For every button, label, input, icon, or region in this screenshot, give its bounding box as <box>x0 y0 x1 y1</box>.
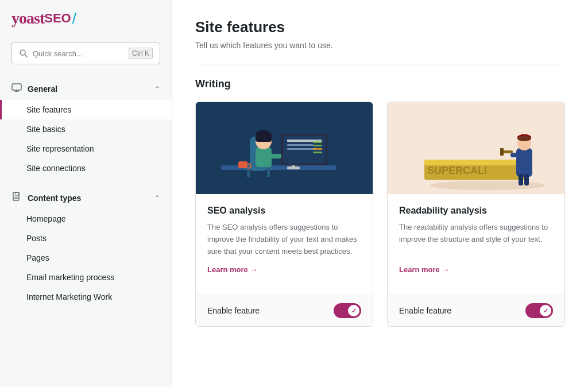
nav-section-general-header[interactable]: General ⌃ <box>0 78 172 100</box>
readability-analysis-card: SUPERCALI <box>387 102 565 327</box>
readability-enable-toggle[interactable]: ✓ <box>525 303 553 318</box>
svg-rect-5 <box>13 192 19 200</box>
readability-card-footer: Enable feature ✓ <box>388 295 564 326</box>
readability-illustration: SUPERCALI <box>388 102 564 194</box>
readability-learn-more-text: Learn more <box>399 265 440 274</box>
readability-learn-more-arrow: → <box>442 265 450 274</box>
svg-text:SUPERCALI: SUPERCALI <box>427 165 487 176</box>
svg-rect-19 <box>270 154 282 158</box>
readability-learn-more-link[interactable]: Learn more → <box>399 265 553 274</box>
nav-item-pages[interactable]: Pages <box>0 248 172 268</box>
readability-card-body: Readability analysis The readability ana… <box>388 194 564 295</box>
seo-card-body: SEO analysis The SEO analysis offers sug… <box>196 194 373 295</box>
readability-card-description: The readability analysis offers suggesti… <box>399 222 553 257</box>
svg-rect-25 <box>287 144 313 146</box>
logo-yoast: yoast <box>11 9 44 28</box>
document-icon <box>11 192 22 204</box>
svg-rect-37 <box>516 148 532 177</box>
seo-card-footer: Enable feature ✓ <box>196 295 373 326</box>
nav-item-site-representation[interactable]: Site representation <box>0 139 172 158</box>
svg-rect-14 <box>267 168 270 177</box>
svg-point-0 <box>20 50 25 55</box>
logo-seo: SEO <box>44 11 71 26</box>
logo-slash: / <box>72 10 76 28</box>
svg-rect-45 <box>500 148 504 156</box>
nav-item-email-marketing[interactable]: Email marketing process <box>0 268 172 287</box>
nav-section-content-types-header[interactable]: Content types ⌃ <box>0 187 172 209</box>
svg-rect-18 <box>256 135 272 142</box>
seo-learn-more-arrow: → <box>250 265 258 274</box>
svg-rect-30 <box>313 152 322 153</box>
svg-rect-31 <box>238 161 247 168</box>
seo-enable-label: Enable feature <box>207 306 260 315</box>
general-chevron-icon: ⌃ <box>154 85 160 93</box>
page-title: Site features <box>195 18 565 36</box>
seo-analysis-card: SEO analysis The SEO analysis offers sug… <box>195 102 373 327</box>
readability-toggle-knob: ✓ <box>540 305 551 316</box>
logo-area: yoast SEO / <box>0 0 172 37</box>
section-divider <box>195 64 565 64</box>
nav-section-content-title-row: Content types <box>11 192 81 204</box>
nav-section-title-row: General <box>11 83 57 95</box>
seo-card-title: SEO analysis <box>207 206 361 216</box>
svg-rect-27 <box>313 141 322 143</box>
seo-toggle-check-icon: ✓ <box>351 307 357 315</box>
svg-rect-2 <box>12 84 21 90</box>
nav-item-site-connections[interactable]: Site connections <box>0 158 172 178</box>
nav-section-content-types: Content types ⌃ Homepage Posts Pages Ema… <box>0 183 172 311</box>
svg-rect-38 <box>519 174 523 185</box>
svg-rect-26 <box>287 148 316 150</box>
svg-rect-21 <box>287 167 300 169</box>
svg-point-46 <box>517 136 531 141</box>
seo-enable-toggle[interactable]: ✓ <box>334 303 361 318</box>
search-box[interactable]: Quick search... Ctrl K <box>11 42 160 64</box>
readability-card-title: Readability analysis <box>399 206 553 216</box>
search-icon <box>19 49 28 58</box>
main-content: Site features Tell us which features you… <box>172 0 588 387</box>
seo-toggle-knob: ✓ <box>348 305 359 316</box>
writing-section-heading: Writing <box>195 78 565 90</box>
readability-toggle-check-icon: ✓ <box>543 307 548 315</box>
svg-rect-15 <box>256 147 272 167</box>
svg-rect-39 <box>524 174 529 185</box>
svg-line-1 <box>25 55 28 57</box>
svg-rect-44 <box>502 150 513 153</box>
content-types-section-title: Content types <box>28 194 81 203</box>
seo-illustration <box>196 102 373 194</box>
monitor-icon <box>11 83 22 95</box>
nav-section-general: General ⌃ Site features Site basics Site… <box>0 73 172 183</box>
readability-enable-label: Enable feature <box>399 306 451 315</box>
svg-rect-43 <box>510 153 519 157</box>
nav-item-site-basics[interactable]: Site basics <box>0 119 172 139</box>
svg-rect-32 <box>390 102 562 194</box>
nav-item-posts[interactable]: Posts <box>0 229 172 248</box>
svg-rect-28 <box>313 145 322 146</box>
nav-item-internet-marketing[interactable]: Internet Marketing Work <box>0 287 172 307</box>
search-placeholder-text: Quick search... <box>33 49 124 58</box>
seo-learn-more-text: Learn more <box>207 265 248 274</box>
nav-item-site-features[interactable]: Site features <box>0 100 172 119</box>
svg-rect-13 <box>247 168 250 177</box>
seo-learn-more-link[interactable]: Learn more → <box>207 265 361 274</box>
content-types-chevron-icon: ⌃ <box>154 194 160 202</box>
search-shortcut: Ctrl K <box>129 48 153 59</box>
readability-card-image: SUPERCALI <box>388 102 564 194</box>
svg-rect-29 <box>313 148 322 150</box>
nav-item-homepage[interactable]: Homepage <box>0 209 172 229</box>
cards-grid: SEO analysis The SEO analysis offers sug… <box>195 102 565 327</box>
seo-card-description: The SEO analysis offers suggestions to i… <box>207 222 361 257</box>
general-section-title: General <box>28 84 57 94</box>
page-subtitle: Tell us which features you want to use. <box>195 41 565 50</box>
seo-card-image <box>196 102 373 194</box>
sidebar: yoast SEO / Quick search... Ctrl K Gener… <box>0 0 172 387</box>
